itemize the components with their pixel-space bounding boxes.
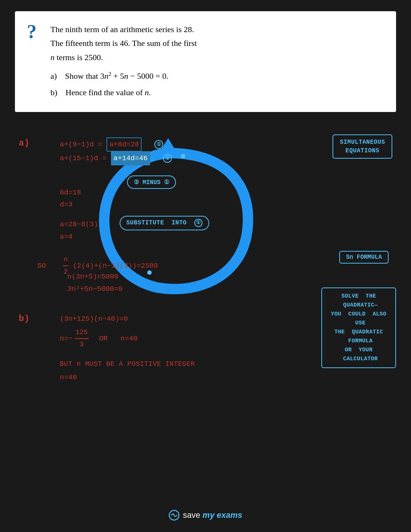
question-box: ? The ninth term of an arithmetic series… [15, 11, 396, 112]
eq-positive-integer: BUT n MUST BE A POSITIVE INTEGER [60, 358, 195, 370]
sub-part-a: a) Show that 3n2 + 5n − 5000 = 0. [50, 68, 381, 84]
eq1: a+(9−1)d = a+8d=28 ① [60, 137, 163, 152]
question-line3: n terms is 2500. [50, 50, 381, 64]
eq-3n2: 3n²+5n−5000=0 [67, 283, 123, 295]
eq2: a+(15−1)d = a+14d=46 ② [60, 151, 172, 165]
footer: save my exams [0, 502, 411, 532]
question-text: The ninth term of an arithmetic series i… [50, 22, 381, 64]
footer-brand: save my exams [183, 510, 242, 520]
solution-area: a) a+(9−1)d = a+8d=28 ① a+(15−1)d = a+14… [0, 127, 411, 452]
eq-final: n=40 [60, 371, 77, 383]
circle-1: ① [154, 140, 163, 149]
eq-d3: d=3 [60, 199, 72, 211]
eq-6d: 6d=18 [60, 187, 81, 199]
partb-label: b) [50, 88, 57, 97]
sub-parts: a) Show that 3n2 + 5n − 5000 = 0. b) Hen… [50, 68, 381, 101]
circle-2: ② [163, 154, 172, 163]
simultaneous-equations-callout: SIMULTANEOUS EQUATIONS [333, 134, 392, 159]
eq-roots: n=− 125 3 OR n=40 [60, 327, 137, 350]
svg-point-1 [181, 154, 185, 158]
question-line2: The fifteenth term is 46. The sum of the… [50, 36, 381, 50]
part-b-label: b) [19, 314, 30, 324]
part-a-label: a) [19, 138, 30, 148]
minus-callout: ② MINUS ① [127, 175, 176, 189]
solve-callout: SOLVE THE QUADRATIC—YOU SOLVE THE QUADRA… [321, 287, 396, 368]
save-my-exams-logo-icon [169, 510, 180, 521]
eq2-highlight: a+14d=46 [111, 151, 150, 165]
sn-formula-callout: Sn FORMULA [339, 251, 389, 264]
eq-a28: a=28−8(3) [60, 218, 98, 230]
sub-part-b: b) Hence find the value of n. [50, 84, 381, 101]
question-line1: The ninth term of an arithmetic series i… [50, 22, 381, 36]
eq1-highlight: a+8d=28 [106, 137, 142, 152]
eq-n3n: n(3n+5)=5000 [67, 271, 118, 283]
substitute-callout: SUBSTITUTE INTO ① [120, 216, 209, 230]
question-icon: ? [22, 21, 41, 43]
eq-a4: a=4 [60, 231, 72, 243]
parta-label: a) [50, 71, 57, 81]
eq-factor: (3n+125)(n−40)=0 [60, 313, 128, 325]
